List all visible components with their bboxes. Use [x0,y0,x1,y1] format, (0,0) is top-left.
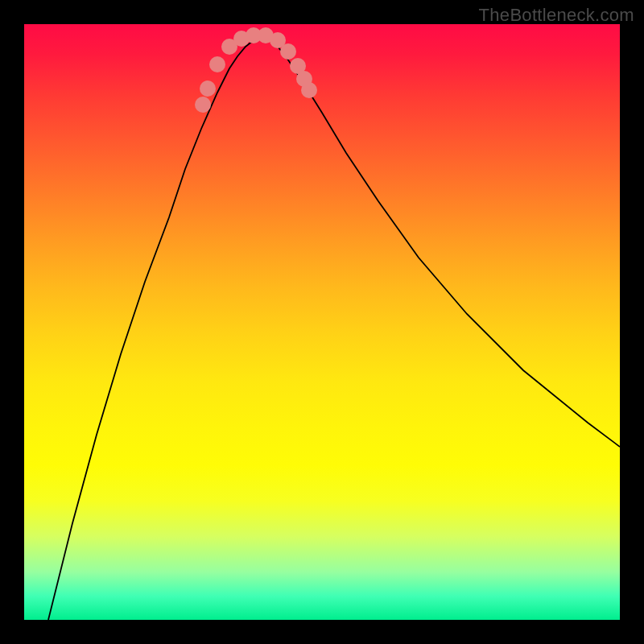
data-marker [280,43,296,60]
data-markers-layer [24,24,620,620]
data-marker [195,97,211,113]
watermark-text: TheBottleneck.com [479,5,634,26]
data-marker [301,82,317,98]
data-marker [209,56,225,72]
data-marker [200,80,216,97]
plot-gradient-background [24,24,620,620]
